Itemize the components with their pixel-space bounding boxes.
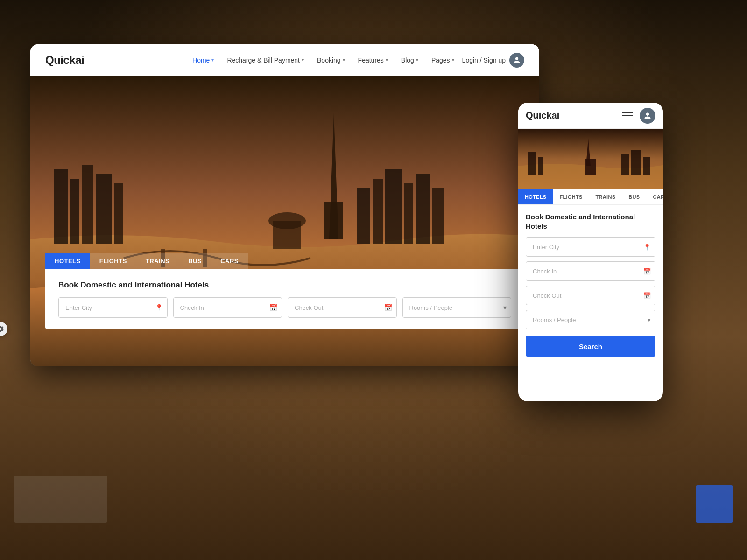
svg-rect-22	[585, 159, 596, 175]
search-title: Book Domestic and International Hotels	[58, 280, 511, 290]
svg-rect-25	[643, 157, 650, 175]
nav-item-pages[interactable]: Pages ▾	[431, 56, 454, 64]
search-box: Book Domestic and International Hotels 📍…	[45, 269, 524, 329]
gear-svg	[0, 325, 4, 333]
mobile-city-wrapper: 📍	[526, 237, 655, 257]
desktop-navbar: Quickai Home ▾ Recharge & Bill Payment ▾…	[30, 44, 539, 76]
svg-rect-13	[404, 183, 413, 244]
mobile-rooms-select[interactable]: Rooms / People	[526, 310, 655, 329]
nav-divider	[458, 55, 458, 66]
nav-item-recharge[interactable]: Recharge & Bill Payment ▾	[227, 56, 304, 64]
checkout-input[interactable]	[288, 297, 397, 318]
svg-rect-2	[70, 179, 79, 244]
tab-trains[interactable]: TRAINS	[136, 253, 179, 269]
mobile-search-form: Book Domestic and International Hotels 📍…	[518, 205, 663, 364]
mobile-checkin-wrapper: 📅	[526, 261, 655, 281]
nav-link-recharge[interactable]: Recharge & Bill Payment ▾	[227, 56, 304, 64]
mobile-hero	[518, 129, 663, 189]
nav-link-blog[interactable]: Blog ▾	[401, 56, 418, 64]
mobile-tab-cars[interactable]: CARS	[646, 189, 663, 204]
rooms-select[interactable]: Rooms / People	[402, 297, 512, 318]
mobile-tab-hotels[interactable]: HOTELS	[518, 189, 553, 204]
nav-item-features[interactable]: Features ▾	[358, 56, 388, 64]
checkout-field-wrapper: 📅	[288, 297, 397, 318]
svg-rect-1	[54, 169, 68, 244]
nav-link-pages[interactable]: Pages ▾	[431, 56, 454, 64]
desktop-window: Quickai Home ▾ Recharge & Bill Payment ▾…	[30, 44, 539, 366]
tab-cars[interactable]: CARS	[211, 253, 248, 269]
mobile-user-avatar[interactable]	[640, 108, 655, 124]
svg-rect-10	[357, 188, 370, 244]
nav-link-home[interactable]: Home ▾	[192, 56, 214, 64]
mobile-logo: Quickai	[526, 110, 620, 121]
nav-link-booking[interactable]: Booking ▾	[317, 56, 345, 64]
checkin-field-wrapper: 📅	[173, 297, 282, 318]
svg-rect-12	[385, 169, 402, 244]
nav-link-features[interactable]: Features ▾	[358, 56, 388, 64]
mobile-tab-flights[interactable]: FLIGHTS	[553, 189, 589, 204]
mobile-user-icon	[644, 112, 651, 119]
checkin-input[interactable]	[173, 297, 282, 318]
desktop-nav-links: Home ▾ Recharge & Bill Payment ▾ Booking…	[192, 56, 454, 64]
hamburger-line-2	[622, 115, 633, 116]
nav-item-home[interactable]: Home ▾	[192, 56, 214, 64]
hamburger-button[interactable]	[620, 108, 635, 123]
chevron-down-icon: ▾	[211, 57, 214, 63]
svg-rect-3	[82, 165, 93, 244]
mobile-checkin-input[interactable]	[526, 261, 655, 281]
hamburger-line-3	[622, 119, 633, 119]
bg-element-hotels	[14, 476, 107, 523]
nav-item-blog[interactable]: Blog ▾	[401, 56, 418, 64]
rooms-field-wrapper: Rooms / People ▾	[402, 297, 512, 318]
user-icon	[513, 56, 521, 64]
chevron-down-icon: ▾	[386, 57, 388, 63]
svg-rect-4	[96, 174, 112, 244]
svg-rect-14	[416, 174, 430, 244]
city-field-wrapper: 📍	[58, 297, 168, 318]
tab-flights[interactable]: FLIGHTS	[90, 253, 136, 269]
mobile-checkout-wrapper: 📅	[526, 286, 655, 305]
city-input[interactable]	[58, 297, 168, 318]
svg-rect-23	[621, 154, 629, 175]
nav-item-booking[interactable]: Booking ▾	[317, 56, 345, 64]
hamburger-line-1	[622, 112, 633, 113]
chevron-down-icon: ▾	[343, 57, 345, 63]
svg-rect-15	[432, 188, 444, 244]
mobile-tab-bus[interactable]: BUS	[622, 189, 646, 204]
mobile-city-input[interactable]	[526, 237, 655, 257]
svg-rect-24	[631, 150, 641, 175]
svg-rect-20	[538, 157, 543, 175]
svg-rect-11	[373, 179, 383, 244]
tab-hotels[interactable]: HOTELS	[45, 253, 90, 269]
chevron-down-icon: ▾	[416, 57, 418, 63]
search-tabs: HOTELS FLIGHTS TRAINS BUS CARS	[45, 253, 524, 269]
mobile-search-tabs: HOTELS FLIGHTS TRAINS BUS CARS	[518, 189, 663, 205]
user-avatar	[509, 53, 524, 68]
mobile-search-button[interactable]: Search	[526, 336, 655, 357]
login-link[interactable]: Login / Sign up	[462, 53, 524, 68]
mobile-window: Quickai	[518, 103, 663, 401]
chevron-down-icon: ▾	[452, 57, 454, 63]
desktop-search-panel: HOTELS FLIGHTS TRAINS BUS CARS Book Dome…	[30, 253, 539, 329]
mobile-rooms-wrapper: Rooms / People ▾	[526, 310, 655, 329]
desktop-hero: HOTELS FLIGHTS TRAINS BUS CARS Book Dome…	[30, 76, 539, 366]
bg-element-blue	[696, 485, 733, 523]
chevron-down-icon: ▾	[302, 57, 304, 63]
svg-rect-5	[114, 183, 123, 244]
svg-point-17	[268, 212, 306, 229]
svg-rect-19	[528, 152, 536, 175]
mobile-checkout-input[interactable]	[526, 286, 655, 305]
mobile-tab-trains[interactable]: TRAINS	[589, 189, 622, 204]
mobile-search-title: Book Domestic and International Hotels	[526, 212, 655, 231]
svg-rect-7	[324, 202, 343, 239]
mobile-navbar: Quickai	[518, 103, 663, 129]
mobile-city-svg	[518, 129, 663, 189]
desktop-logo: Quickai	[45, 54, 84, 67]
tab-bus[interactable]: BUS	[179, 253, 211, 269]
search-fields: 📍 📅 📅 Rooms / People ▾	[58, 297, 511, 318]
